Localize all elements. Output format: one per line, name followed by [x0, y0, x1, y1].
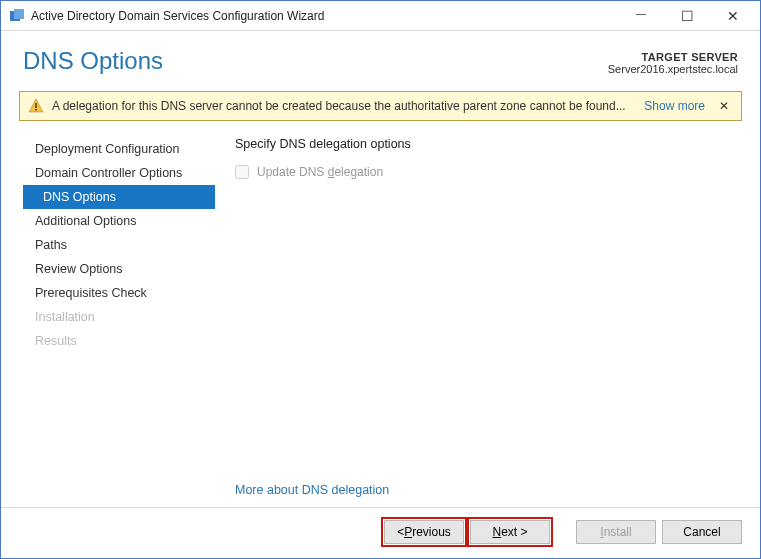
title-bar: Active Directory Domain Services Configu… [1, 1, 760, 31]
maximize-button[interactable] [664, 2, 710, 30]
cancel-button[interactable]: Cancel [662, 520, 742, 544]
close-button[interactable] [710, 2, 756, 30]
button-gap [556, 520, 570, 544]
target-server-block: TARGET SERVER Server2016.xpertstec.local [608, 47, 738, 75]
more-about-dns-link[interactable]: More about DNS delegation [235, 483, 732, 497]
content-pane: Specify DNS delegation options Update DN… [219, 131, 742, 507]
sidebar-item-dns-options[interactable]: DNS Options [23, 185, 215, 209]
sidebar-item-domain-controller-options[interactable]: Domain Controller Options [23, 161, 215, 185]
warning-close-button[interactable]: ✕ [715, 99, 733, 113]
sidebar-item-prerequisites-check[interactable]: Prerequisites Check [23, 281, 215, 305]
warning-banner: A delegation for this DNS server cannot … [19, 91, 742, 121]
svg-rect-1 [14, 9, 24, 19]
target-server-label: TARGET SERVER [608, 51, 738, 63]
minimize-button[interactable] [618, 2, 664, 30]
previous-button[interactable]: < Previous [384, 520, 464, 544]
content-description: Specify DNS delegation options [235, 137, 732, 151]
body: Deployment Configuration Domain Controll… [1, 121, 760, 507]
sidebar-item-paths[interactable]: Paths [23, 233, 215, 257]
sidebar-item-installation: Installation [23, 305, 215, 329]
next-button[interactable]: Next > [470, 520, 550, 544]
app-icon [9, 8, 25, 24]
window-title: Active Directory Domain Services Configu… [31, 9, 618, 23]
warning-icon [28, 98, 44, 114]
update-dns-delegation-checkbox [235, 165, 249, 179]
content-spacer [235, 179, 732, 483]
svg-rect-4 [35, 109, 37, 111]
target-server-name: Server2016.xpertstec.local [608, 63, 738, 75]
warning-message: A delegation for this DNS server cannot … [52, 99, 634, 113]
svg-rect-3 [35, 103, 37, 108]
footer: < Previous Next > Install Cancel [1, 507, 760, 558]
warning-show-more-link[interactable]: Show more [644, 99, 705, 113]
page-header: DNS Options TARGET SERVER Server2016.xpe… [1, 31, 760, 85]
sidebar-item-review-options[interactable]: Review Options [23, 257, 215, 281]
page-title: DNS Options [23, 47, 608, 75]
wizard-steps-sidebar: Deployment Configuration Domain Controll… [19, 131, 219, 507]
update-dns-delegation-label: Update DNS delegation [257, 165, 383, 179]
sidebar-item-additional-options[interactable]: Additional Options [23, 209, 215, 233]
sidebar-item-deployment-configuration[interactable]: Deployment Configuration [23, 137, 215, 161]
sidebar-item-results: Results [23, 329, 215, 353]
install-button: Install [576, 520, 656, 544]
update-dns-delegation-row: Update DNS delegation [235, 165, 732, 179]
